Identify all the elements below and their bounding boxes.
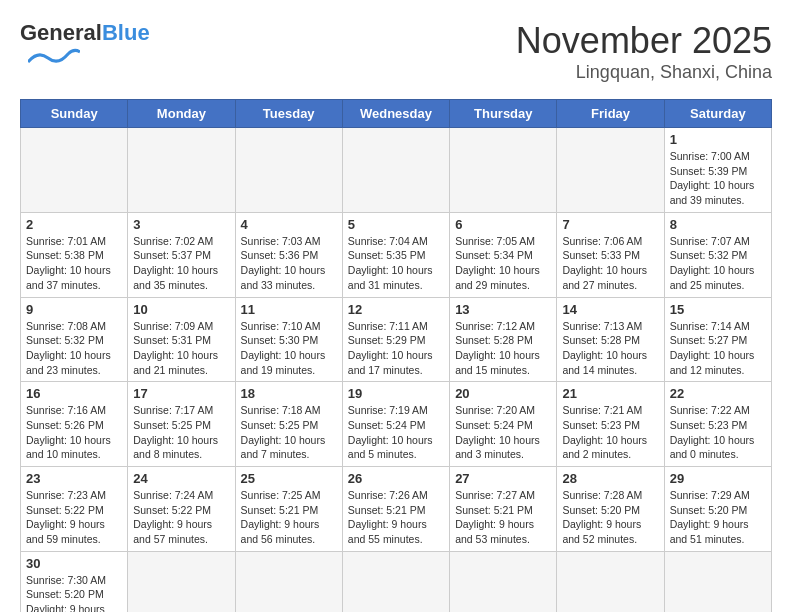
day-info: Sunrise: 7:29 AM Sunset: 5:20 PM Dayligh… (670, 488, 766, 547)
calendar-cell: 1Sunrise: 7:00 AM Sunset: 5:39 PM Daylig… (664, 128, 771, 213)
calendar-cell: 14Sunrise: 7:13 AM Sunset: 5:28 PM Dayli… (557, 297, 664, 382)
logo-blue-text: Blue (102, 20, 150, 46)
day-info: Sunrise: 7:07 AM Sunset: 5:32 PM Dayligh… (670, 234, 766, 293)
day-number: 15 (670, 302, 766, 317)
calendar-cell (557, 551, 664, 612)
calendar-cell: 12Sunrise: 7:11 AM Sunset: 5:29 PM Dayli… (342, 297, 449, 382)
calendar-cell: 3Sunrise: 7:02 AM Sunset: 5:37 PM Daylig… (128, 212, 235, 297)
day-info: Sunrise: 7:13 AM Sunset: 5:28 PM Dayligh… (562, 319, 658, 378)
day-info: Sunrise: 7:06 AM Sunset: 5:33 PM Dayligh… (562, 234, 658, 293)
month-title: November 2025 (516, 20, 772, 62)
day-number: 14 (562, 302, 658, 317)
calendar-cell: 21Sunrise: 7:21 AM Sunset: 5:23 PM Dayli… (557, 382, 664, 467)
day-number: 3 (133, 217, 229, 232)
day-number: 8 (670, 217, 766, 232)
calendar-cell: 30Sunrise: 7:30 AM Sunset: 5:20 PM Dayli… (21, 551, 128, 612)
calendar-cell: 6Sunrise: 7:05 AM Sunset: 5:34 PM Daylig… (450, 212, 557, 297)
calendar-week-row: 9Sunrise: 7:08 AM Sunset: 5:32 PM Daylig… (21, 297, 772, 382)
calendar-cell: 19Sunrise: 7:19 AM Sunset: 5:24 PM Dayli… (342, 382, 449, 467)
calendar-cell: 2Sunrise: 7:01 AM Sunset: 5:38 PM Daylig… (21, 212, 128, 297)
day-info: Sunrise: 7:23 AM Sunset: 5:22 PM Dayligh… (26, 488, 122, 547)
day-number: 16 (26, 386, 122, 401)
calendar-table: SundayMondayTuesdayWednesdayThursdayFrid… (20, 99, 772, 612)
day-info: Sunrise: 7:24 AM Sunset: 5:22 PM Dayligh… (133, 488, 229, 547)
calendar-cell (128, 551, 235, 612)
day-number: 2 (26, 217, 122, 232)
weekday-header-saturday: Saturday (664, 100, 771, 128)
calendar-cell (235, 551, 342, 612)
day-number: 7 (562, 217, 658, 232)
logo-general-text: General (20, 20, 102, 46)
calendar-cell: 7Sunrise: 7:06 AM Sunset: 5:33 PM Daylig… (557, 212, 664, 297)
day-info: Sunrise: 7:14 AM Sunset: 5:27 PM Dayligh… (670, 319, 766, 378)
day-number: 10 (133, 302, 229, 317)
day-number: 28 (562, 471, 658, 486)
calendar-cell (128, 128, 235, 213)
day-info: Sunrise: 7:09 AM Sunset: 5:31 PM Dayligh… (133, 319, 229, 378)
weekday-header-monday: Monday (128, 100, 235, 128)
calendar-cell (21, 128, 128, 213)
day-info: Sunrise: 7:25 AM Sunset: 5:21 PM Dayligh… (241, 488, 337, 547)
weekday-header-tuesday: Tuesday (235, 100, 342, 128)
day-number: 29 (670, 471, 766, 486)
calendar-cell: 28Sunrise: 7:28 AM Sunset: 5:20 PM Dayli… (557, 467, 664, 552)
calendar-cell: 27Sunrise: 7:27 AM Sunset: 5:21 PM Dayli… (450, 467, 557, 552)
calendar-cell (664, 551, 771, 612)
title-area: November 2025 Lingquan, Shanxi, China (516, 20, 772, 83)
day-info: Sunrise: 7:12 AM Sunset: 5:28 PM Dayligh… (455, 319, 551, 378)
day-number: 20 (455, 386, 551, 401)
day-info: Sunrise: 7:30 AM Sunset: 5:20 PM Dayligh… (26, 573, 122, 612)
day-info: Sunrise: 7:27 AM Sunset: 5:21 PM Dayligh… (455, 488, 551, 547)
calendar-cell: 22Sunrise: 7:22 AM Sunset: 5:23 PM Dayli… (664, 382, 771, 467)
calendar-cell: 23Sunrise: 7:23 AM Sunset: 5:22 PM Dayli… (21, 467, 128, 552)
calendar-header-row: SundayMondayTuesdayWednesdayThursdayFrid… (21, 100, 772, 128)
calendar-cell: 5Sunrise: 7:04 AM Sunset: 5:35 PM Daylig… (342, 212, 449, 297)
day-info: Sunrise: 7:26 AM Sunset: 5:21 PM Dayligh… (348, 488, 444, 547)
calendar-cell: 4Sunrise: 7:03 AM Sunset: 5:36 PM Daylig… (235, 212, 342, 297)
calendar-cell: 20Sunrise: 7:20 AM Sunset: 5:24 PM Dayli… (450, 382, 557, 467)
calendar-cell (342, 551, 449, 612)
day-number: 30 (26, 556, 122, 571)
day-number: 26 (348, 471, 444, 486)
calendar-week-row: 2Sunrise: 7:01 AM Sunset: 5:38 PM Daylig… (21, 212, 772, 297)
day-number: 22 (670, 386, 766, 401)
day-number: 9 (26, 302, 122, 317)
day-info: Sunrise: 7:10 AM Sunset: 5:30 PM Dayligh… (241, 319, 337, 378)
weekday-header-thursday: Thursday (450, 100, 557, 128)
day-number: 5 (348, 217, 444, 232)
weekday-header-wednesday: Wednesday (342, 100, 449, 128)
day-number: 27 (455, 471, 551, 486)
day-number: 4 (241, 217, 337, 232)
day-number: 17 (133, 386, 229, 401)
calendar-cell: 24Sunrise: 7:24 AM Sunset: 5:22 PM Dayli… (128, 467, 235, 552)
header: General Blue November 2025 Lingquan, Sha… (20, 20, 772, 83)
day-info: Sunrise: 7:01 AM Sunset: 5:38 PM Dayligh… (26, 234, 122, 293)
day-info: Sunrise: 7:18 AM Sunset: 5:25 PM Dayligh… (241, 403, 337, 462)
day-info: Sunrise: 7:08 AM Sunset: 5:32 PM Dayligh… (26, 319, 122, 378)
calendar-cell (450, 551, 557, 612)
day-number: 1 (670, 132, 766, 147)
day-info: Sunrise: 7:22 AM Sunset: 5:23 PM Dayligh… (670, 403, 766, 462)
day-info: Sunrise: 7:16 AM Sunset: 5:26 PM Dayligh… (26, 403, 122, 462)
day-number: 13 (455, 302, 551, 317)
day-info: Sunrise: 7:03 AM Sunset: 5:36 PM Dayligh… (241, 234, 337, 293)
day-info: Sunrise: 7:21 AM Sunset: 5:23 PM Dayligh… (562, 403, 658, 462)
weekday-header-friday: Friday (557, 100, 664, 128)
calendar-cell: 8Sunrise: 7:07 AM Sunset: 5:32 PM Daylig… (664, 212, 771, 297)
day-number: 23 (26, 471, 122, 486)
day-info: Sunrise: 7:05 AM Sunset: 5:34 PM Dayligh… (455, 234, 551, 293)
day-info: Sunrise: 7:04 AM Sunset: 5:35 PM Dayligh… (348, 234, 444, 293)
location-title: Lingquan, Shanxi, China (516, 62, 772, 83)
weekday-header-sunday: Sunday (21, 100, 128, 128)
calendar-cell (450, 128, 557, 213)
day-info: Sunrise: 7:11 AM Sunset: 5:29 PM Dayligh… (348, 319, 444, 378)
day-number: 6 (455, 217, 551, 232)
day-number: 21 (562, 386, 658, 401)
logo: General Blue (20, 20, 150, 66)
day-info: Sunrise: 7:00 AM Sunset: 5:39 PM Dayligh… (670, 149, 766, 208)
day-info: Sunrise: 7:02 AM Sunset: 5:37 PM Dayligh… (133, 234, 229, 293)
day-info: Sunrise: 7:20 AM Sunset: 5:24 PM Dayligh… (455, 403, 551, 462)
calendar-week-row: 16Sunrise: 7:16 AM Sunset: 5:26 PM Dayli… (21, 382, 772, 467)
calendar-cell: 18Sunrise: 7:18 AM Sunset: 5:25 PM Dayli… (235, 382, 342, 467)
calendar-cell: 13Sunrise: 7:12 AM Sunset: 5:28 PM Dayli… (450, 297, 557, 382)
